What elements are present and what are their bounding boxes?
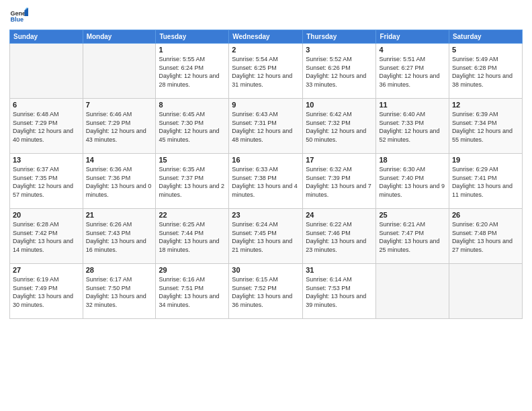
day-info: Sunrise: 5:51 AM Sunset: 6:27 PM Dayligh… xyxy=(379,55,445,89)
day-number: 23 xyxy=(232,211,300,219)
calendar-cell: 24Sunrise: 6:22 AM Sunset: 7:46 PM Dayli… xyxy=(303,209,376,264)
page: General Blue SundayMondayTuesdayWednesda… xyxy=(0,0,532,411)
day-info: Sunrise: 6:29 AM Sunset: 7:41 PM Dayligh… xyxy=(452,165,519,199)
calendar-cell: 31Sunrise: 6:14 AM Sunset: 7:53 PM Dayli… xyxy=(303,264,376,319)
day-info: Sunrise: 6:36 AM Sunset: 7:36 PM Dayligh… xyxy=(86,165,153,199)
calendar-cell: 17Sunrise: 6:32 AM Sunset: 7:39 PM Dayli… xyxy=(303,154,376,209)
day-info: Sunrise: 6:25 AM Sunset: 7:44 PM Dayligh… xyxy=(159,220,226,254)
calendar-cell: 3Sunrise: 5:52 AM Sunset: 6:26 PM Daylig… xyxy=(303,44,376,99)
logo: General Blue xyxy=(9,7,28,26)
day-number: 9 xyxy=(232,101,300,109)
calendar-cell: 9Sunrise: 6:43 AM Sunset: 7:31 PM Daylig… xyxy=(229,99,303,154)
calendar-header-saturday: Saturday xyxy=(449,30,522,44)
calendar-header-wednesday: Wednesday xyxy=(229,30,303,44)
day-info: Sunrise: 6:48 AM Sunset: 7:29 PM Dayligh… xyxy=(13,110,80,144)
calendar-cell: 16Sunrise: 6:33 AM Sunset: 7:38 PM Dayli… xyxy=(229,154,303,209)
calendar-cell: 14Sunrise: 6:36 AM Sunset: 7:36 PM Dayli… xyxy=(83,154,156,209)
day-info: Sunrise: 6:14 AM Sunset: 7:53 PM Dayligh… xyxy=(306,275,373,309)
day-number: 30 xyxy=(232,266,300,274)
day-number: 16 xyxy=(232,156,300,164)
day-info: Sunrise: 6:28 AM Sunset: 7:42 PM Dayligh… xyxy=(13,220,80,254)
calendar-cell xyxy=(376,264,449,319)
day-info: Sunrise: 6:39 AM Sunset: 7:34 PM Dayligh… xyxy=(452,110,519,144)
day-number: 5 xyxy=(452,46,519,54)
day-info: Sunrise: 5:55 AM Sunset: 6:24 PM Dayligh… xyxy=(159,55,226,89)
day-number: 18 xyxy=(379,156,445,164)
calendar-cell: 19Sunrise: 6:29 AM Sunset: 7:41 PM Dayli… xyxy=(449,154,522,209)
calendar-cell: 7Sunrise: 6:46 AM Sunset: 7:29 PM Daylig… xyxy=(83,99,156,154)
calendar-cell: 21Sunrise: 6:26 AM Sunset: 7:43 PM Dayli… xyxy=(83,209,156,264)
calendar-header-monday: Monday xyxy=(83,30,156,44)
day-info: Sunrise: 6:43 AM Sunset: 7:31 PM Dayligh… xyxy=(232,110,300,144)
svg-text:Blue: Blue xyxy=(10,16,24,23)
day-info: Sunrise: 5:52 AM Sunset: 6:26 PM Dayligh… xyxy=(306,55,373,89)
day-number: 19 xyxy=(452,156,519,164)
day-info: Sunrise: 6:22 AM Sunset: 7:46 PM Dayligh… xyxy=(306,220,373,254)
calendar-header-row: SundayMondayTuesdayWednesdayThursdayFrid… xyxy=(10,30,523,44)
calendar-cell: 4Sunrise: 5:51 AM Sunset: 6:27 PM Daylig… xyxy=(376,44,449,99)
day-info: Sunrise: 6:35 AM Sunset: 7:37 PM Dayligh… xyxy=(159,165,226,199)
calendar-cell: 26Sunrise: 6:20 AM Sunset: 7:48 PM Dayli… xyxy=(449,209,522,264)
day-info: Sunrise: 6:30 AM Sunset: 7:40 PM Dayligh… xyxy=(379,165,445,199)
day-info: Sunrise: 6:21 AM Sunset: 7:47 PM Dayligh… xyxy=(379,220,445,254)
day-number: 1 xyxy=(159,46,226,54)
day-info: Sunrise: 6:42 AM Sunset: 7:32 PM Dayligh… xyxy=(306,110,373,144)
calendar-week-3: 13Sunrise: 6:37 AM Sunset: 7:35 PM Dayli… xyxy=(10,154,523,209)
day-number: 21 xyxy=(86,211,153,219)
day-info: Sunrise: 6:45 AM Sunset: 7:30 PM Dayligh… xyxy=(159,110,226,144)
calendar-cell: 10Sunrise: 6:42 AM Sunset: 7:32 PM Dayli… xyxy=(303,99,376,154)
day-info: Sunrise: 6:15 AM Sunset: 7:52 PM Dayligh… xyxy=(232,275,300,309)
calendar-cell: 23Sunrise: 6:24 AM Sunset: 7:45 PM Dayli… xyxy=(229,209,303,264)
calendar-cell: 20Sunrise: 6:28 AM Sunset: 7:42 PM Dayli… xyxy=(10,209,83,264)
calendar-header-sunday: Sunday xyxy=(10,30,83,44)
day-number: 17 xyxy=(306,156,373,164)
day-number: 8 xyxy=(159,101,226,109)
day-number: 25 xyxy=(379,211,445,219)
day-info: Sunrise: 6:19 AM Sunset: 7:49 PM Dayligh… xyxy=(13,275,80,309)
day-number: 10 xyxy=(306,101,373,109)
calendar-week-4: 20Sunrise: 6:28 AM Sunset: 7:42 PM Dayli… xyxy=(10,209,523,264)
day-number: 2 xyxy=(232,46,300,54)
calendar-cell: 29Sunrise: 6:16 AM Sunset: 7:51 PM Dayli… xyxy=(156,264,229,319)
day-info: Sunrise: 6:24 AM Sunset: 7:45 PM Dayligh… xyxy=(232,220,300,254)
day-info: Sunrise: 6:40 AM Sunset: 7:33 PM Dayligh… xyxy=(379,110,445,144)
day-number: 28 xyxy=(86,266,153,274)
calendar-cell: 25Sunrise: 6:21 AM Sunset: 7:47 PM Dayli… xyxy=(376,209,449,264)
day-info: Sunrise: 5:49 AM Sunset: 6:28 PM Dayligh… xyxy=(452,55,519,89)
day-info: Sunrise: 6:33 AM Sunset: 7:38 PM Dayligh… xyxy=(232,165,300,199)
calendar-cell: 1Sunrise: 5:55 AM Sunset: 6:24 PM Daylig… xyxy=(156,44,229,99)
day-number: 27 xyxy=(13,266,80,274)
day-info: Sunrise: 6:37 AM Sunset: 7:35 PM Dayligh… xyxy=(13,165,80,199)
day-number: 7 xyxy=(86,101,153,109)
calendar-cell: 15Sunrise: 6:35 AM Sunset: 7:37 PM Dayli… xyxy=(156,154,229,209)
day-number: 6 xyxy=(13,101,80,109)
calendar-week-5: 27Sunrise: 6:19 AM Sunset: 7:49 PM Dayli… xyxy=(10,264,523,319)
calendar-cell: 12Sunrise: 6:39 AM Sunset: 7:34 PM Dayli… xyxy=(449,99,522,154)
calendar-table: SundayMondayTuesdayWednesdayThursdayFrid… xyxy=(9,30,523,319)
calendar-cell xyxy=(449,264,522,319)
calendar-cell: 11Sunrise: 6:40 AM Sunset: 7:33 PM Dayli… xyxy=(376,99,449,154)
day-info: Sunrise: 5:54 AM Sunset: 6:25 PM Dayligh… xyxy=(232,55,300,89)
day-info: Sunrise: 6:46 AM Sunset: 7:29 PM Dayligh… xyxy=(86,110,153,144)
day-number: 15 xyxy=(159,156,226,164)
calendar-cell: 22Sunrise: 6:25 AM Sunset: 7:44 PM Dayli… xyxy=(156,209,229,264)
calendar-header-thursday: Thursday xyxy=(303,30,376,44)
day-number: 11 xyxy=(379,101,445,109)
logo-icon: General Blue xyxy=(9,7,28,26)
day-info: Sunrise: 6:16 AM Sunset: 7:51 PM Dayligh… xyxy=(159,275,226,309)
day-info: Sunrise: 6:32 AM Sunset: 7:39 PM Dayligh… xyxy=(306,165,373,199)
calendar-cell: 27Sunrise: 6:19 AM Sunset: 7:49 PM Dayli… xyxy=(10,264,83,319)
calendar-week-1: 1Sunrise: 5:55 AM Sunset: 6:24 PM Daylig… xyxy=(10,44,523,99)
day-number: 13 xyxy=(13,156,80,164)
day-number: 29 xyxy=(159,266,226,274)
day-number: 26 xyxy=(452,211,519,219)
calendar-week-2: 6Sunrise: 6:48 AM Sunset: 7:29 PM Daylig… xyxy=(10,99,523,154)
calendar-cell xyxy=(83,44,156,99)
day-number: 22 xyxy=(159,211,226,219)
calendar-cell: 8Sunrise: 6:45 AM Sunset: 7:30 PM Daylig… xyxy=(156,99,229,154)
day-number: 12 xyxy=(452,101,519,109)
day-info: Sunrise: 6:20 AM Sunset: 7:48 PM Dayligh… xyxy=(452,220,519,254)
day-number: 31 xyxy=(306,266,373,274)
day-number: 20 xyxy=(13,211,80,219)
calendar-cell: 18Sunrise: 6:30 AM Sunset: 7:40 PM Dayli… xyxy=(376,154,449,209)
